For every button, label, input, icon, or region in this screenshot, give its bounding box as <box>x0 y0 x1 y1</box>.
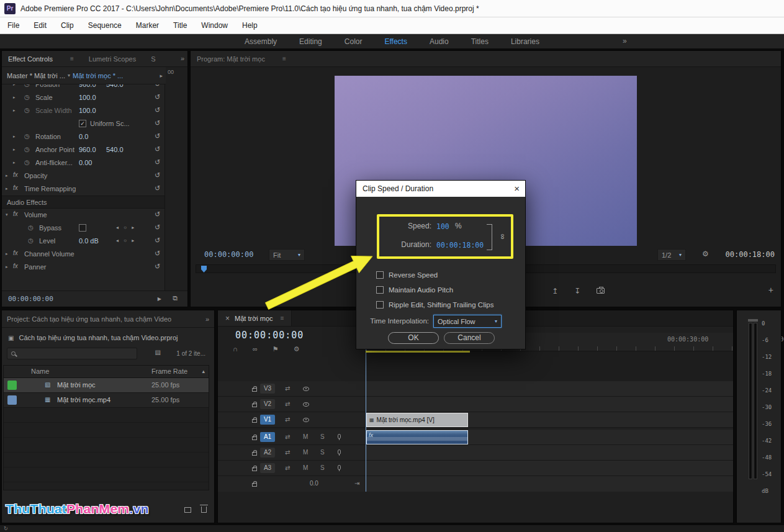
program-timecode[interactable]: 00:00:00:00 <box>204 250 253 259</box>
project-file-row[interactable]: ▣ Cách tạo hiệu ứng tua nhanh, tua chậm … <box>2 330 214 345</box>
effect-row-opacity[interactable]: ▸fxOpacity↺ <box>2 169 166 183</box>
effect-row-panner[interactable]: ▸fxPanner↺ <box>2 261 166 274</box>
reset-icon[interactable]: ↺ <box>155 250 160 258</box>
twirl-icon[interactable]: ▸ <box>13 95 16 100</box>
track-label-v1[interactable]: V1 <box>260 415 275 425</box>
label-color-chip[interactable] <box>7 395 17 405</box>
workspace-tab-audio[interactable]: Audio <box>430 37 449 46</box>
track-a1[interactable]: A1⇄MS <box>218 430 733 445</box>
menu-window[interactable]: Window <box>201 21 228 30</box>
sort-caret-icon[interactable]: ▴ <box>202 368 205 374</box>
track-lane[interactable] <box>366 381 733 396</box>
reset-icon[interactable]: ↺ <box>155 158 160 166</box>
twirl-icon[interactable]: ▸ <box>13 108 16 113</box>
solo-icon[interactable]: S <box>320 449 325 456</box>
sync-lock-icon[interactable]: ⇄ <box>285 385 290 392</box>
close-icon[interactable]: × <box>514 181 520 197</box>
workspace-tab-titles[interactable]: Titles <box>471 37 489 46</box>
track-v2[interactable]: V2⇄ <box>218 397 733 412</box>
twirl-icon[interactable]: ▸ <box>13 147 16 152</box>
panel-overflow-icon[interactable]: » <box>205 315 209 323</box>
resolution-dropdown[interactable]: 1/2 ▾ <box>657 249 686 261</box>
track-v1[interactable]: V1⇄ <box>218 412 733 428</box>
time-interpolation-dropdown[interactable]: Optical Flow ▾ <box>433 315 502 328</box>
workspace-tab-effects[interactable]: Effects <box>384 37 407 46</box>
solo-icon[interactable]: S <box>320 464 325 471</box>
reset-icon[interactable]: ↺ <box>155 119 160 127</box>
effect-value-y[interactable]: 540.0 <box>106 146 124 153</box>
master-lane[interactable] <box>366 476 733 492</box>
menu-help[interactable]: Help <box>242 21 258 30</box>
track-lane[interactable] <box>366 397 733 412</box>
reset-icon[interactable]: ↺ <box>155 210 160 219</box>
reset-icon[interactable]: ↺ <box>155 132 160 140</box>
stopwatch-icon[interactable]: ◷ <box>24 146 30 153</box>
eye-icon[interactable] <box>303 402 309 407</box>
fit-track-icon[interactable]: ⇥ <box>354 480 359 487</box>
mic-icon[interactable] <box>338 449 341 454</box>
twirl-icon[interactable]: ▸ <box>6 186 8 191</box>
twirl-icon[interactable]: ▸ <box>13 160 16 165</box>
label-color-chip[interactable] <box>7 381 17 390</box>
twirl-icon[interactable]: ▸ <box>6 264 8 269</box>
checkbox-icon[interactable] <box>376 271 384 279</box>
stopwatch-icon[interactable]: ◷ <box>28 224 34 231</box>
lock-icon[interactable] <box>252 404 257 407</box>
mic-icon[interactable] <box>338 434 341 439</box>
fit-dropdown[interactable]: Fit ▾ <box>269 249 305 261</box>
menu-file[interactable]: File <box>7 21 19 30</box>
program-playhead[interactable] <box>201 266 207 273</box>
project-item-m-t-tr-i-m-c[interactable]: ▧Mặt trời mọc25.00 fps <box>4 378 209 393</box>
reset-icon[interactable]: ↺ <box>155 263 160 271</box>
ok-button[interactable]: OK <box>388 332 439 344</box>
effect-row-anti-flicker[interactable]: ▸◷Anti-flicker...0.00↺ <box>2 156 166 169</box>
trash-icon[interactable] <box>201 507 207 513</box>
project-item-m-t-tr-i-m-c-mp4[interactable]: ▦Mặt trời mọc.mp425.00 fps <box>4 393 209 408</box>
speed-value[interactable]: 100 <box>436 222 449 231</box>
stopwatch-icon[interactable]: ◷ <box>24 107 30 114</box>
reset-icon[interactable]: ↺ <box>155 237 160 245</box>
effect-value[interactable]: 960.0 <box>79 146 96 153</box>
solo-icon[interactable]: S <box>320 433 325 440</box>
effect-row-anchor-point[interactable]: ▸◷Anchor Point960.0540.0↺ <box>2 143 166 156</box>
twirl-icon[interactable]: ▸ <box>6 251 8 256</box>
sync-lock-icon[interactable]: ⇄ <box>285 416 290 423</box>
panel-tab-s[interactable]: S <box>151 55 155 63</box>
twirl-icon[interactable]: ▸ <box>13 134 16 139</box>
stopwatch-icon[interactable]: ◷ <box>24 159 30 166</box>
checkbox-icon[interactable] <box>376 301 384 309</box>
checkbox-icon[interactable] <box>79 224 86 232</box>
effect-value[interactable]: 100.0 <box>79 94 96 101</box>
lock-icon[interactable] <box>252 436 257 440</box>
lock-icon[interactable] <box>252 452 257 456</box>
column-name[interactable]: Name <box>31 367 49 375</box>
effect-value[interactable]: 0.0 dB <box>79 237 99 245</box>
reset-icon[interactable]: ↺ <box>155 145 160 153</box>
lock-icon[interactable] <box>252 388 257 392</box>
play-icon[interactable]: ▶ <box>158 296 161 302</box>
dialog-checkbox-reverse-speed[interactable]: Reverse Speed <box>376 268 519 282</box>
effect-row-audio-effects[interactable]: Audio Effects <box>2 196 166 209</box>
dialog-title-bar[interactable]: Clip Speed / Duration × <box>356 181 525 197</box>
track-label-a1[interactable]: A1 <box>260 432 275 442</box>
eye-icon[interactable] <box>303 418 309 422</box>
dialog-checkbox-ripple-edit-shifting-trailing-clips[interactable]: Ripple Edit, Shifting Trailing Clips <box>376 297 519 312</box>
lift-icon[interactable]: ↥ <box>552 287 558 295</box>
reset-icon[interactable]: ↺ <box>155 223 160 232</box>
search-input[interactable] <box>19 350 137 358</box>
keyframe-nav-icons[interactable]: ◂ ○ ▸ <box>116 225 136 230</box>
lock-icon[interactable] <box>252 419 257 423</box>
track-label-a3[interactable]: A3 <box>260 463 275 473</box>
track-v3[interactable]: V3⇄ <box>218 381 733 397</box>
track-a2[interactable]: A2⇄MS <box>218 445 733 461</box>
panel-menu-icon[interactable]: ≡ <box>70 55 74 62</box>
track-a3[interactable]: A3⇄MS <box>218 461 733 476</box>
effect-row-uniform-sc[interactable]: ✓Uniform Sc...↺ <box>2 117 166 130</box>
mute-icon[interactable]: M <box>303 433 308 440</box>
mute-icon[interactable]: M <box>303 449 308 456</box>
lock-icon[interactable] <box>252 467 257 471</box>
panel-overflow-icon[interactable]: » <box>181 55 184 62</box>
reset-icon[interactable]: ↺ <box>155 93 160 101</box>
effect-value[interactable]: 0.0 <box>79 133 88 140</box>
stopwatch-icon[interactable]: ◷ <box>24 133 30 140</box>
